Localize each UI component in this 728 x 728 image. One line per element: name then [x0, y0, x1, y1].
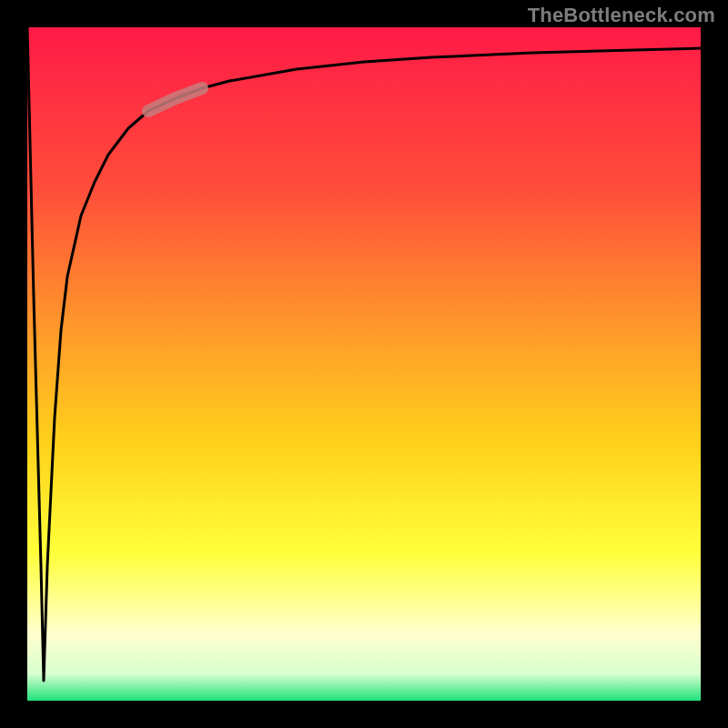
chart-svg [0, 0, 728, 728]
chart-frame: TheBottleneck.com [0, 0, 728, 728]
watermark-text: TheBottleneck.com [528, 4, 715, 27]
